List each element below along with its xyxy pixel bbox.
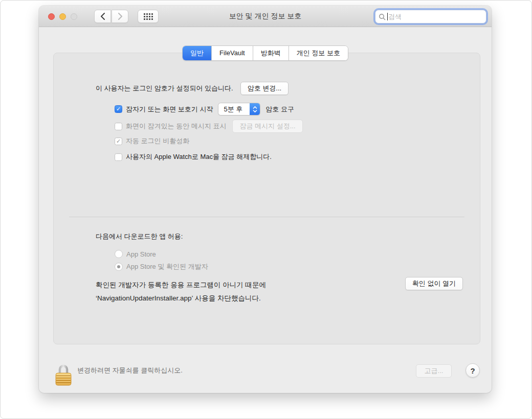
checkmark-icon: ✓ bbox=[116, 106, 121, 112]
auto-login-row: ✓ 자동 로그인 비활성화 bbox=[115, 136, 189, 146]
radio-identified-row: App Store 및 확인된 개발자 bbox=[115, 262, 208, 272]
section-divider bbox=[69, 217, 464, 217]
lock-message-checkbox[interactable] bbox=[115, 123, 122, 130]
chevron-left-icon bbox=[100, 13, 105, 20]
tab-firewall[interactable]: 방화벽 bbox=[253, 46, 289, 60]
lock-message-button[interactable]: 잠금 메시지 설정... bbox=[232, 120, 302, 133]
allow-apps-label: 다음에서 다운로드한 앱 허용: bbox=[96, 232, 183, 241]
lock-button[interactable] bbox=[54, 362, 73, 387]
lock-message-label: 화면이 잠겨있는 동안 메시지 표시 bbox=[126, 122, 226, 131]
apple-watch-checkbox[interactable] bbox=[115, 153, 122, 161]
require-password-row: ✓ 잠자기 또는 화면 보호기 시작 5분 후 암호 요구 bbox=[115, 102, 294, 116]
password-status-row: 이 사용자는 로그인 암호가 설정되어 있습니다. 암호 변경... bbox=[96, 81, 289, 96]
lock-message-row: 화면이 잠겨있는 동안 메시지 표시 잠금 메시지 설정... bbox=[115, 119, 303, 133]
zoom-button-disabled bbox=[71, 13, 77, 20]
grid-icon bbox=[144, 13, 153, 20]
tab-bar: 일반 FileVault 방화벽 개인 정보 보호 bbox=[39, 45, 492, 61]
stepper-icon bbox=[250, 103, 260, 115]
security-preferences-window: 보안 및 개인 정보 보호 검색 일반 FileVault 방화벽 개인 정보 … bbox=[39, 6, 492, 393]
help-button[interactable]: ? bbox=[465, 363, 480, 378]
advanced-button[interactable]: 고급... bbox=[416, 364, 452, 378]
open-anyway-button[interactable]: 확인 없이 열기 bbox=[405, 277, 463, 290]
back-button[interactable] bbox=[94, 10, 111, 23]
open-anyway-row: 확인 없이 열기 bbox=[405, 277, 463, 290]
apple-watch-row: 사용자의 Apple Watch로 Mac을 잠금 해제합니다. bbox=[115, 151, 272, 162]
allow-apps-row: 다음에서 다운로드한 앱 허용: bbox=[96, 231, 183, 242]
lock-icon bbox=[54, 362, 73, 387]
delay-dropdown-value: 5분 후 bbox=[218, 103, 250, 115]
auto-login-label: 자동 로그인 비활성화 bbox=[126, 136, 189, 146]
screenshot-frame: 보안 및 개인 정보 보호 검색 일반 FileVault 방화벽 개인 정보 … bbox=[0, 0, 532, 419]
radio-identified-label: App Store 및 확인된 개발자 bbox=[126, 262, 208, 271]
traffic-lights bbox=[48, 13, 77, 20]
auto-login-checkbox[interactable]: ✓ bbox=[115, 137, 122, 145]
tab-general[interactable]: 일반 bbox=[183, 46, 212, 60]
search-input[interactable]: 검색 bbox=[375, 10, 486, 24]
minimize-button[interactable] bbox=[59, 13, 66, 20]
chevron-right-icon bbox=[118, 13, 123, 20]
radio-app-store-identified[interactable] bbox=[115, 263, 123, 271]
radio-app-store[interactable] bbox=[115, 250, 123, 258]
forward-button[interactable] bbox=[112, 10, 128, 23]
blocked-app-line1: 확인된 개발자가 등록한 응용 프로그램이 아니기 때문에 bbox=[96, 278, 266, 292]
change-password-button[interactable]: 암호 변경... bbox=[240, 82, 289, 95]
search-icon bbox=[379, 13, 386, 20]
password-status-text: 이 사용자는 로그인 암호가 설정되어 있습니다. bbox=[96, 84, 233, 93]
apple-watch-label: 사용자의 Apple Watch로 Mac을 잠금 해제합니다. bbox=[126, 152, 272, 161]
close-button[interactable] bbox=[48, 13, 55, 20]
show-all-button[interactable] bbox=[138, 10, 159, 23]
delay-dropdown[interactable]: 5분 후 bbox=[218, 103, 260, 115]
radio-app-store-label: App Store bbox=[126, 250, 156, 258]
search-placeholder: 검색 bbox=[388, 12, 402, 21]
radio-app-store-row: App Store bbox=[115, 249, 156, 259]
lock-instruction-text: 변경하려면 자물쇠를 클릭하십시오. bbox=[77, 366, 183, 375]
blocked-app-line2: ‘NavigationUpdaterInstaller.app’ 사용을 차단했… bbox=[96, 292, 266, 305]
require-password-checkbox[interactable]: ✓ bbox=[115, 105, 122, 113]
blocked-app-message: 확인된 개발자가 등록한 응용 프로그램이 아니기 때문에 ‘Navigatio… bbox=[96, 278, 266, 305]
radio-dot bbox=[117, 265, 120, 268]
require-password-label: 잠자기 또는 화면 보호기 시작 bbox=[126, 105, 213, 114]
checkmark-icon: ✓ bbox=[116, 138, 121, 144]
require-password-suffix: 암호 요구 bbox=[265, 105, 294, 114]
text-cursor bbox=[387, 13, 388, 20]
general-tab-panel: 이 사용자는 로그인 암호가 설정되어 있습니다. 암호 변경... ✓ 잠자기… bbox=[53, 53, 480, 344]
titlebar: 보안 및 개인 정보 보호 검색 bbox=[39, 6, 492, 27]
tab-privacy[interactable]: 개인 정보 보호 bbox=[289, 46, 348, 60]
tab-filevault[interactable]: FileVault bbox=[212, 46, 253, 60]
